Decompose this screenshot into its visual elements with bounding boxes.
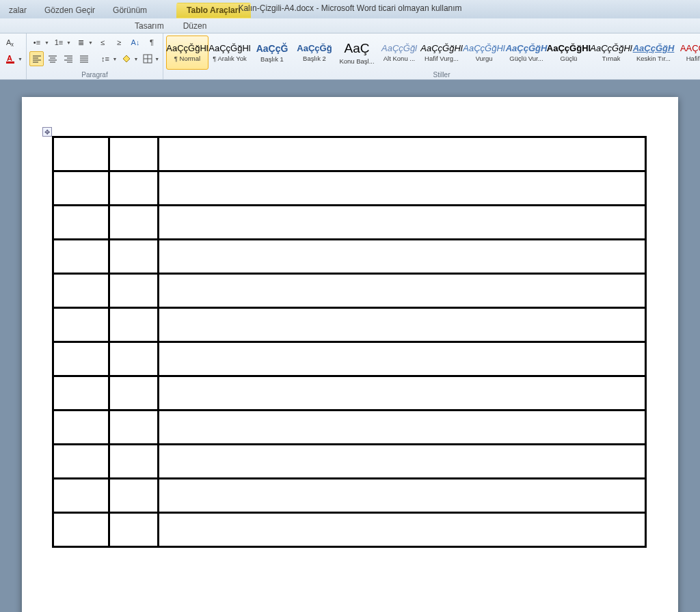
tab-gozden-gecir[interactable]: Gözden Geçir	[36, 1, 104, 18]
style-preview: AaÇçĞğ	[297, 43, 332, 53]
style-item-10[interactable]: AaÇçĞğHlTırnak	[590, 36, 632, 70]
dropdown-arrow-icon[interactable]: ▼	[88, 40, 94, 45]
table-cell[interactable]	[109, 445, 159, 479]
multilevel-list-button[interactable]: ≣	[73, 35, 88, 50]
line-spacing-button[interactable]: ↕≡	[98, 51, 112, 66]
decrease-indent-button[interactable]: ≤	[95, 35, 110, 50]
dropdown-arrow-icon[interactable]: ▼	[113, 57, 118, 61]
style-item-7[interactable]: AaÇçĞğHlVurgu	[463, 36, 505, 70]
table-move-handle[interactable]: ✥	[42, 127, 52, 137]
show-marks-button[interactable]: ¶	[144, 35, 159, 50]
align-left-button[interactable]	[29, 51, 44, 66]
style-item-6[interactable]: AaÇçĞğHlHafif Vurg...	[420, 36, 463, 70]
dropdown-arrow-icon[interactable]: ▼	[154, 57, 160, 61]
style-item-2[interactable]: AaÇçĞBaşlık 1	[251, 36, 293, 70]
table-row[interactable]	[53, 342, 646, 376]
table-cell[interactable]	[53, 206, 109, 240]
table-cell[interactable]	[159, 171, 646, 206]
sort-button[interactable]: A↓	[128, 35, 143, 50]
style-item-1[interactable]: AaÇçĞğHl¶ Aralık Yok	[208, 36, 251, 70]
table-cell[interactable]	[53, 342, 109, 376]
table-cell[interactable]	[109, 479, 159, 513]
table-cell[interactable]	[109, 171, 159, 206]
char-clear-button[interactable]: Aᵪ	[3, 35, 18, 50]
style-label: ¶ Normal	[174, 55, 200, 62]
style-item-4[interactable]: AaÇKonu Başl...	[336, 36, 378, 70]
table-cell[interactable]	[109, 206, 159, 240]
page[interactable]: ✥	[22, 97, 678, 612]
increase-indent-button[interactable]: ≥	[111, 35, 126, 50]
table-row[interactable]	[53, 308, 646, 342]
style-item-3[interactable]: AaÇçĞğBaşlık 2	[293, 36, 336, 70]
table-cell[interactable]	[109, 308, 159, 342]
document-table[interactable]	[52, 136, 647, 548]
table-cell[interactable]	[109, 137, 159, 171]
table-cell[interactable]	[109, 513, 159, 547]
table-cell[interactable]	[159, 479, 646, 513]
style-preview: AaÇçĞğHl	[420, 43, 462, 53]
style-item-5[interactable]: AaÇçĞğlAlt Konu ...	[378, 36, 420, 70]
table-row[interactable]	[53, 274, 646, 308]
subtab-tasarim[interactable]: Tasarım	[125, 19, 174, 33]
table-cell[interactable]	[109, 342, 159, 376]
table-cell[interactable]	[159, 274, 646, 308]
table-cell[interactable]	[159, 137, 646, 171]
table-row[interactable]	[53, 171, 646, 206]
table-cell[interactable]	[53, 308, 109, 342]
table-cell[interactable]	[159, 308, 646, 342]
table-row[interactable]	[53, 411, 646, 445]
style-gallery[interactable]: AaÇçĞğHl¶ NormalAaÇçĞğHl¶ Aralık YokAaÇç…	[166, 35, 700, 70]
table-row[interactable]	[53, 240, 646, 274]
sub-tab-strip: Tasarım Düzen	[0, 18, 700, 33]
table-cell[interactable]	[53, 411, 109, 445]
style-item-12[interactable]: AAÇÇGHafif B	[675, 36, 700, 70]
table-row[interactable]	[53, 513, 646, 547]
table-cell[interactable]	[53, 274, 109, 308]
style-item-8[interactable]: AaÇçĞğHGüçlü Vur...	[505, 36, 548, 70]
table-cell[interactable]	[159, 240, 646, 274]
numbering-button[interactable]: 1≡	[51, 35, 66, 50]
tab-gorunum[interactable]: Görünüm	[104, 1, 156, 18]
justify-button[interactable]	[77, 51, 92, 66]
table-cell[interactable]	[53, 445, 109, 479]
table-row[interactable]	[53, 445, 646, 479]
table-cell[interactable]	[109, 274, 159, 308]
document-workspace: ✥	[0, 80, 700, 612]
table-cell[interactable]	[159, 445, 646, 479]
borders-button[interactable]	[140, 51, 154, 66]
bullets-button[interactable]: •≡	[29, 35, 44, 50]
table-row[interactable]	[53, 376, 646, 411]
table-cell[interactable]	[159, 376, 646, 411]
style-item-11[interactable]: AaÇçĞğHKeskin Tır...	[632, 36, 675, 70]
dropdown-arrow-icon[interactable]: ▼	[133, 57, 139, 61]
table-cell[interactable]	[159, 411, 646, 445]
main-tab-strip: zalar Gözden Geçir Görünüm Tablo Araçlar…	[0, 1, 251, 18]
table-cell[interactable]	[53, 376, 109, 411]
table-cell[interactable]	[53, 513, 109, 547]
dropdown-arrow-icon[interactable]: ▼	[66, 40, 72, 45]
align-center-button[interactable]	[45, 51, 59, 66]
table-cell[interactable]	[109, 240, 159, 274]
style-item-9[interactable]: AaÇçĞğHlGüçlü	[548, 36, 590, 70]
style-label: ¶ Aralık Yok	[213, 55, 246, 62]
dropdown-arrow-icon[interactable]: ▼	[44, 40, 50, 45]
table-row[interactable]	[53, 479, 646, 513]
table-cell[interactable]	[53, 240, 109, 274]
table-cell[interactable]	[53, 479, 109, 513]
table-cell[interactable]	[109, 411, 159, 445]
subtab-duzen[interactable]: Düzen	[174, 19, 217, 33]
table-cell[interactable]	[159, 206, 646, 240]
table-cell[interactable]	[53, 137, 109, 171]
table-row[interactable]	[53, 137, 646, 171]
table-cell[interactable]	[109, 376, 159, 411]
table-cell[interactable]	[159, 513, 646, 547]
table-cell[interactable]	[53, 171, 109, 206]
font-color-button[interactable]: A	[3, 51, 18, 66]
align-right-button[interactable]	[61, 51, 75, 66]
dropdown-arrow-icon[interactable]: ▼	[18, 57, 23, 61]
style-item-0[interactable]: AaÇçĞğHl¶ Normal	[166, 36, 208, 70]
table-cell[interactable]	[159, 342, 646, 376]
tab-azalar[interactable]: zalar	[0, 1, 36, 18]
table-row[interactable]	[53, 206, 646, 240]
shading-button[interactable]	[119, 51, 133, 66]
